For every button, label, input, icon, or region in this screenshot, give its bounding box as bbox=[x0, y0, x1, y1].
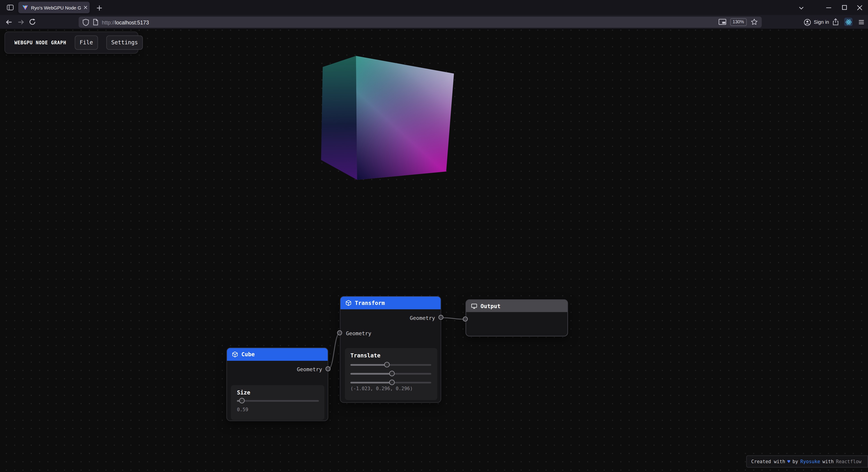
url-text: http://localhost:5173 bbox=[102, 19, 149, 25]
slider-knob[interactable] bbox=[389, 380, 395, 385]
bookmark-button[interactable] bbox=[751, 19, 758, 26]
attribution-created-with: Created with bbox=[751, 459, 785, 464]
minimize-icon bbox=[826, 5, 831, 10]
edge-cube-to-transform bbox=[328, 333, 340, 369]
node-output[interactable]: Output bbox=[466, 299, 568, 336]
sign-in-button[interactable]: Sign in bbox=[802, 17, 831, 28]
hamburger-icon bbox=[858, 19, 864, 25]
size-value: 0.59 bbox=[237, 407, 248, 412]
window-close-button[interactable] bbox=[852, 0, 868, 15]
maximize-icon bbox=[842, 5, 847, 10]
maximize-button[interactable] bbox=[836, 0, 852, 15]
translate-y-slider[interactable] bbox=[350, 370, 431, 377]
react-devtools-extension-button[interactable] bbox=[842, 16, 854, 28]
slider-fill bbox=[350, 364, 387, 366]
url-host: localhost bbox=[115, 19, 136, 25]
app-title: WEBGPU NODE GRAPH bbox=[14, 40, 66, 45]
reactflow-link[interactable]: Reactflow bbox=[836, 459, 862, 464]
attribution-bar: Created with ♥ by Ryosuke with Reactflow bbox=[746, 455, 868, 468]
browser-tab[interactable]: Ryo's WebGPU Node Graph bbox=[18, 2, 90, 13]
star-icon bbox=[751, 19, 758, 26]
transform-translate-panel: Translate (-1.023, 0.296, 0.296) bbox=[345, 348, 437, 400]
chevron-down-icon bbox=[798, 5, 804, 11]
account-icon bbox=[804, 19, 811, 26]
slider-knob[interactable] bbox=[384, 362, 390, 367]
size-label: Size bbox=[237, 389, 250, 396]
author-link[interactable]: Ryosuke bbox=[800, 459, 820, 464]
tab-list-button[interactable] bbox=[796, 2, 807, 13]
menu-button[interactable] bbox=[855, 16, 867, 28]
node-transform-header[interactable]: Transform bbox=[340, 296, 440, 309]
forward-button[interactable] bbox=[15, 16, 26, 28]
cube-output-label: Geometry bbox=[297, 366, 322, 372]
firefox-view-icon bbox=[6, 4, 13, 11]
close-icon bbox=[857, 5, 862, 10]
tab-close-button[interactable] bbox=[84, 5, 88, 9]
node-cube-title: Cube bbox=[241, 351, 255, 357]
node-transform-title: Transform bbox=[355, 300, 385, 306]
slider-track bbox=[237, 400, 319, 402]
sign-in-label: Sign in bbox=[814, 20, 829, 25]
tab-title: Ryo's WebGPU Node Graph bbox=[31, 5, 81, 10]
tab-bar: Ryo's WebGPU Node Graph bbox=[0, 0, 868, 15]
node-cube[interactable]: Cube Geometry Size 0.59 bbox=[226, 347, 329, 421]
transform-output-handle[interactable] bbox=[438, 315, 443, 320]
react-devtools-icon bbox=[844, 18, 852, 26]
slider-fill bbox=[350, 373, 392, 375]
cube-icon bbox=[232, 351, 238, 357]
node-cube-header[interactable]: Cube bbox=[227, 348, 328, 361]
slider-knob[interactable] bbox=[239, 398, 244, 403]
slider-knob[interactable] bbox=[389, 371, 395, 376]
url-protocol: http:// bbox=[102, 19, 115, 25]
close-icon bbox=[84, 5, 88, 9]
attribution-with: with bbox=[822, 459, 834, 464]
cube-3d-preview bbox=[310, 50, 465, 188]
transform-icon bbox=[345, 300, 351, 306]
attribution-by: by bbox=[793, 459, 798, 464]
share-icon bbox=[832, 18, 839, 26]
translate-label: Translate bbox=[350, 352, 380, 358]
transform-input-handle[interactable] bbox=[337, 330, 342, 335]
monitor-icon bbox=[471, 303, 477, 309]
size-slider[interactable] bbox=[237, 398, 319, 404]
minimize-button[interactable] bbox=[821, 0, 837, 15]
page-icon bbox=[92, 19, 98, 25]
transform-input-label: Geometry bbox=[346, 330, 371, 336]
plus-icon bbox=[96, 5, 102, 11]
node-transform[interactable]: Transform Geometry Geometry Translate bbox=[340, 296, 441, 403]
app-toolbar: WEBGPU NODE GRAPH File Settings bbox=[4, 32, 138, 54]
back-button[interactable] bbox=[3, 16, 14, 28]
file-button[interactable]: File bbox=[74, 35, 98, 50]
translate-x-slider[interactable] bbox=[350, 361, 431, 368]
settings-button[interactable]: Settings bbox=[106, 35, 143, 50]
slider-track bbox=[350, 364, 431, 366]
heart-icon: ♥ bbox=[787, 459, 790, 464]
navigation-bar: http://localhost:5173 130% Sign in bbox=[0, 15, 868, 29]
url-port: :5173 bbox=[136, 19, 149, 25]
pip-button[interactable] bbox=[718, 19, 726, 25]
firefox-view-button[interactable] bbox=[3, 2, 17, 13]
forward-icon bbox=[17, 18, 25, 26]
node-output-header[interactable]: Output bbox=[466, 300, 567, 312]
vite-favicon-icon bbox=[22, 4, 28, 11]
edge-transform-to-output bbox=[441, 318, 466, 319]
cube-size-panel: Size 0.59 bbox=[231, 385, 324, 420]
share-button[interactable] bbox=[830, 16, 841, 28]
node-graph-canvas[interactable]: WEBGPU NODE GRAPH File Settings bbox=[0, 29, 868, 472]
translate-z-slider[interactable] bbox=[350, 379, 431, 386]
cube-output-handle[interactable] bbox=[326, 366, 331, 371]
translate-value: (-1.023, 0.296, 0.296) bbox=[350, 386, 413, 391]
url-bar[interactable]: http://localhost:5173 130% bbox=[79, 17, 762, 28]
slider-fill bbox=[350, 382, 392, 383]
shield-icon bbox=[83, 19, 89, 26]
reload-button[interactable] bbox=[27, 16, 38, 28]
back-icon bbox=[5, 18, 12, 26]
reload-icon bbox=[29, 18, 36, 26]
new-tab-button[interactable] bbox=[94, 2, 105, 13]
zoom-level-badge[interactable]: 130% bbox=[730, 18, 747, 26]
cube-left-face bbox=[321, 56, 357, 180]
node-output-title: Output bbox=[480, 303, 500, 309]
output-input-handle[interactable] bbox=[463, 316, 468, 321]
browser-window: Ryo's WebGPU Node Graph bbox=[0, 0, 868, 472]
transform-output-label: Geometry bbox=[410, 315, 435, 321]
